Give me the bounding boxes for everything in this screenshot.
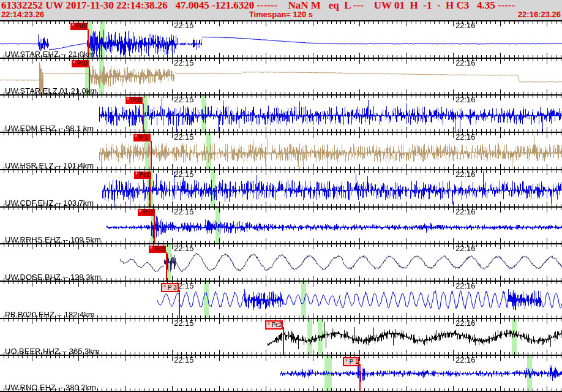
trace-panel-UO.BEER.HHZ.--[interactable]: 22:1522:16* Pc2UO.BEER.HHZ.-- 365.3km	[0, 318, 562, 355]
minute-label: 22:16	[455, 356, 476, 364]
trace-panel-UW.STAR.EHZ.--[interactable]: 22:1522:16* Pd0UW.STAR.EHZ.-- 21.0km	[0, 20, 562, 58]
minute-label: 22:15	[174, 244, 194, 252]
pick-star-icon: *	[135, 134, 139, 141]
phase-pick-flag[interactable]: * P 3	[161, 283, 179, 292]
pick-phase-label: Pd0	[76, 23, 87, 29]
station-channel-label: UW.STAR.EHZ.-- 21.0km	[5, 50, 94, 58]
minute-label: 22:16	[455, 319, 476, 327]
minute-label: 22:16	[455, 133, 476, 141]
phase-pick-flag[interactable]: * Pd2	[138, 209, 155, 216]
phase-pick-line[interactable]	[151, 141, 152, 169]
pick-phase-label: Pc1	[140, 172, 150, 178]
pick-star-icon: *	[150, 246, 154, 252]
station-channel-label: UW.DOSE.BHZ.-- 128.3km	[5, 273, 101, 281]
minute-label: 22:15	[174, 208, 194, 216]
seismogram-viewer-window: 61332252 UW 2017-11-30 22:14:38.26 47.00…	[0, 0, 562, 392]
station-channel-label: UW.EDM.EHZ.-- 98.1 km	[5, 124, 94, 132]
phase-pick-flag[interactable]: * Pc0	[72, 60, 89, 67]
pick-star-icon: *	[135, 172, 140, 178]
phase-pick-line[interactable]	[166, 252, 167, 281]
phase-pick-line[interactable]	[154, 216, 155, 243]
station-channel-label: UW.CDF.EHZ.-- 103.7km	[5, 199, 94, 207]
station-channel-label: UW.RNO.EHZ.-- 380.2km	[5, 383, 96, 391]
minute-label: 22:16	[455, 59, 476, 67]
pick-star-icon: *	[72, 23, 76, 29]
pick-phase-label: Pc0	[131, 97, 141, 104]
pick-star-icon: *	[268, 322, 272, 328]
trace-panel-UW.STAR.ELZ.01[interactable]: 22:1522:16* Pc0UW.STAR.ELZ.01 21.0km	[0, 58, 562, 94]
pick-phase-label: Pc3	[154, 246, 165, 252]
phase-pick-line[interactable]	[149, 178, 151, 206]
pick-star-icon: *	[73, 60, 77, 67]
minute-label: 22:15	[174, 356, 194, 364]
phase-pick-line[interactable]	[143, 104, 144, 132]
minute-label: 22:15	[174, 96, 194, 104]
pick-phase-label: P 3	[168, 284, 177, 291]
pick-phase-label: Pc2	[272, 322, 282, 328]
minute-label: 22:16	[455, 96, 476, 104]
trace-panel-UW.HSR.ELZ.--[interactable]: 22:1522:16* P 1UW.HSR.ELZ.-- 101.4km	[0, 132, 562, 169]
pick-star-icon: *	[127, 97, 131, 104]
phase-pick-flag[interactable]: * P 1	[133, 134, 151, 141]
trace-panel-UW.CDF.EHZ.--[interactable]: 22:1522:16* Pc1UW.CDF.EHZ.-- 103.7km	[0, 169, 562, 206]
minute-label: 22:16	[455, 208, 476, 216]
station-channel-label: UO.BEER.HHZ.-- 365.3km	[5, 347, 100, 355]
station-channel-label: UW.HSR.ELZ.-- 101.4km	[5, 162, 94, 170]
pick-phase-label: Pc0	[77, 60, 88, 67]
phase-pick-flag[interactable]: * Pc2	[265, 320, 283, 330]
phase-pick-flag[interactable]: * Pc0	[126, 97, 143, 104]
trace-panel-PB.B020.EHZ.--[interactable]: 22:1522:16* P 3PB.B020.EHZ.-- 182.4km	[0, 281, 562, 318]
pick-phase-label: P 1	[350, 358, 359, 365]
station-channel-label: PB.B020.EHZ.-- 182.4km	[5, 311, 95, 318]
trace-panel-UW.RRHS.EHZ.--[interactable]: 22:1522:16* Pd2UW.RRHS.EHZ.-- 109.5km	[0, 206, 562, 243]
trace-stack: 22:1522:16* Pd0UW.STAR.EHZ.-- 21.0km22:1…	[0, 0, 562, 392]
phase-pick-line[interactable]	[179, 290, 180, 318]
trace-panel-UW.DOSE.BHZ.--[interactable]: 22:1522:16* Pc3UW.DOSE.BHZ.-- 128.3km	[0, 243, 562, 281]
minute-label: 22:16	[455, 244, 476, 252]
minute-label: 22:15	[174, 319, 194, 327]
trace-panel-UW.EDM.EHZ.--[interactable]: 22:1522:16* Pc0UW.EDM.EHZ.-- 98.1 km	[0, 94, 562, 132]
minute-label: 22:15	[174, 21, 194, 29]
minute-label: 22:15	[174, 133, 194, 141]
pick-star-icon: *	[163, 284, 168, 291]
minute-label: 22:16	[455, 21, 476, 29]
phase-pick-flag[interactable]: * Pd0	[70, 23, 88, 30]
pick-phase-label: P 1	[139, 134, 148, 141]
phase-pick-flag[interactable]: * P 1	[343, 357, 359, 366]
minute-label: 22:15	[174, 59, 194, 67]
phase-pick-flag[interactable]: * Pc3	[149, 246, 166, 253]
phase-pick-line[interactable]	[283, 327, 284, 355]
trace-panel-UW.RNO.EHZ.--[interactable]: 22:1522:16* P 1UW.RNO.EHZ.-- 380.2km	[0, 355, 562, 392]
pick-star-icon: *	[139, 209, 143, 216]
station-channel-label: UW.STAR.ELZ.01 21.0km	[5, 87, 97, 95]
minute-label: 22:16	[455, 170, 476, 178]
phase-pick-line[interactable]	[359, 364, 361, 391]
pick-phase-label: Pd2	[143, 209, 154, 216]
phase-pick-flag[interactable]: * Pc1	[134, 172, 151, 179]
station-channel-label: UW.RRHS.EHZ.-- 109.5km	[5, 236, 101, 244]
minute-label: 22:16	[455, 282, 476, 290]
pick-star-icon: *	[345, 358, 350, 365]
minute-label: 22:15	[174, 170, 194, 178]
